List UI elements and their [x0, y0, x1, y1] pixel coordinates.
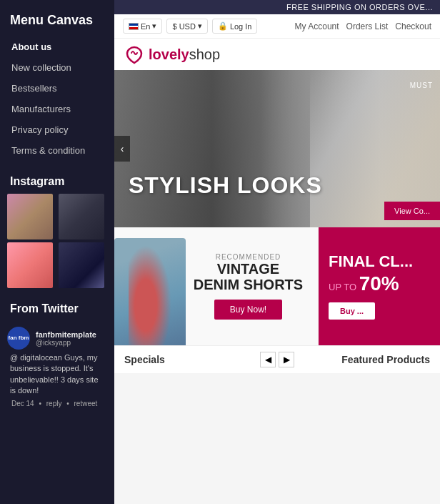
- instagram-grid: [0, 194, 114, 295]
- twitter-tweet: @ digitalocean Guys, my business is stop…: [7, 352, 107, 397]
- bottom-bar: Specials ◀ ▶ Featured Products: [114, 345, 440, 373]
- top-banner: FREE SHIPPING ON ORDERS OVE...: [114, 0, 440, 14]
- tweet-reply[interactable]: reply: [46, 400, 62, 407]
- main-content: FREE SHIPPING ON ORDERS OVE... En ▾ $ US…: [114, 0, 440, 504]
- logo-text: lovelyshop: [149, 46, 220, 63]
- logo-icon: [124, 44, 144, 64]
- hero-label: MUST: [410, 81, 433, 89]
- flag-icon: [129, 23, 139, 30]
- sidebar-item-about[interactable]: About us: [0, 36, 114, 57]
- product-buy-button[interactable]: Buy Now!: [214, 300, 282, 320]
- instagram-image-1[interactable]: [7, 194, 53, 239]
- specials-nav-buttons: ◀ ▶: [260, 352, 294, 367]
- sidebar-nav: About us New collection Bestsellers Manu…: [0, 36, 114, 168]
- product-banner-left: RECOMMENDED VINTAGE DENIM SHORTS Buy Now…: [114, 227, 319, 345]
- instagram-image-4[interactable]: [59, 242, 104, 288]
- final-clearance-pct: 70%: [359, 272, 399, 295]
- product-row: RECOMMENDED VINTAGE DENIM SHORTS Buy Now…: [114, 227, 440, 345]
- my-account-link[interactable]: My Account: [295, 21, 339, 31]
- logo-brand: lovely: [149, 46, 189, 62]
- sidebar-link-manufacturers[interactable]: Manufacturers: [0, 99, 114, 119]
- product-recommended-label: RECOMMENDED: [194, 253, 303, 261]
- login-button[interactable]: 🔒 Log In: [212, 19, 258, 34]
- twitter-meta: Dec 14 • reply • retweet: [7, 397, 107, 407]
- header-left: En ▾ $ USD ▾ 🔒 Log In: [123, 19, 257, 34]
- sidebar-item-bestsellers[interactable]: Bestsellers: [0, 78, 114, 99]
- header-bar: En ▾ $ USD ▾ 🔒 Log In My Account Orders …: [114, 14, 440, 39]
- sidebar-link-about[interactable]: About us: [0, 36, 114, 57]
- sidebar-link-privacy[interactable]: Privacy policy: [0, 119, 114, 140]
- twitter-section-title: From Twitter: [0, 295, 114, 321]
- sidebar: Menu Canvas About us New collection Best…: [0, 0, 114, 504]
- sidebar-title: Menu Canvas: [0, 0, 114, 36]
- sidebar-item-manufacturers[interactable]: Manufacturers: [0, 99, 114, 119]
- hero-text-block: STYLISH LOOKS: [129, 172, 322, 199]
- lang-chevron-icon: ▾: [152, 21, 156, 31]
- product-text-block: RECOMMENDED VINTAGE DENIM SHORTS Buy Now…: [194, 253, 303, 320]
- twitter-section: fan fbm fanfbmitemplate @icksyapp @ digi…: [0, 321, 114, 407]
- login-label: Log In: [230, 22, 252, 31]
- product-banner-right: FINAL CL... UP TO 70% Buy ...: [319, 227, 440, 345]
- hero-banner: MUST STYLISH LOOKS ‹ View Co...: [114, 70, 440, 227]
- logo-brand2: shop: [189, 46, 220, 62]
- twitter-handle: @icksyapp: [36, 339, 96, 347]
- sidebar-link-bestsellers[interactable]: Bestsellers: [0, 78, 114, 99]
- product-denim-image: [114, 238, 186, 345]
- sidebar-item-privacy[interactable]: Privacy policy: [0, 119, 114, 140]
- tweet-date: Dec 14: [11, 400, 34, 407]
- product-title: VINTAGE DENIM SHORTS: [194, 261, 303, 292]
- final-clearance-sub: UP TO 70%: [329, 272, 399, 295]
- twitter-username: fanfbmitemplate: [36, 330, 96, 339]
- specials-next-button[interactable]: ▶: [279, 352, 294, 367]
- language-selector[interactable]: En ▾: [123, 19, 162, 34]
- twitter-user-row: fan fbm fanfbmitemplate @icksyapp: [7, 327, 107, 350]
- currency-selector[interactable]: $ USD ▾: [166, 19, 207, 34]
- sidebar-link-terms[interactable]: Terms & condition: [0, 140, 114, 161]
- sidebar-item-terms[interactable]: Terms & condition: [0, 140, 114, 161]
- instagram-image-3[interactable]: [7, 242, 53, 288]
- sidebar-item-new-collection[interactable]: New collection: [0, 57, 114, 78]
- product-title-line2: DENIM SHORTS: [194, 277, 303, 292]
- logo-bar: lovelyshop: [114, 39, 440, 70]
- currency-chevron-icon: ▾: [198, 21, 202, 31]
- featured-products-label: Featured Products: [301, 354, 430, 365]
- tweet-retweet[interactable]: retweet: [74, 400, 98, 407]
- twitter-names: fanfbmitemplate @icksyapp: [36, 330, 96, 347]
- specials-label: Specials: [124, 354, 253, 365]
- instagram-image-2[interactable]: [59, 194, 104, 239]
- hero-heading: STYLISH LOOKS: [129, 172, 322, 199]
- hero-prev-button[interactable]: ‹: [114, 136, 130, 162]
- currency-label: $ USD: [172, 22, 195, 31]
- twitter-avatar: fan fbm: [7, 327, 30, 350]
- header-right: My Account Orders List Checkout: [295, 21, 431, 31]
- final-clearance-title: FINAL CL...: [329, 254, 413, 270]
- orders-list-link[interactable]: Orders List: [346, 21, 389, 31]
- final-buy-button[interactable]: Buy ...: [329, 302, 375, 320]
- sidebar-link-new-collection[interactable]: New collection: [0, 57, 114, 78]
- lock-icon: 🔒: [218, 21, 228, 31]
- specials-prev-button[interactable]: ◀: [260, 352, 276, 367]
- product-title-line1: VINTAGE: [194, 261, 303, 277]
- language-label: En: [141, 22, 150, 31]
- checkout-link[interactable]: Checkout: [395, 21, 431, 31]
- hero-view-button[interactable]: View Co...: [384, 202, 440, 220]
- instagram-title: Instagram: [0, 168, 114, 194]
